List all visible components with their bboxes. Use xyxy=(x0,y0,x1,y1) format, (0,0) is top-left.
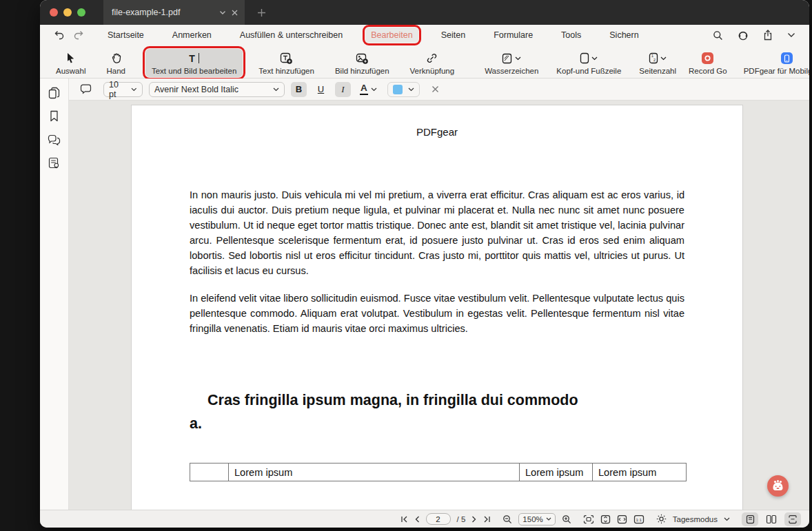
menu-item-ausfuellen[interactable]: Ausfüllen & unterschreiben xyxy=(234,28,348,43)
display-mode-label: Tagesmodus xyxy=(673,515,718,523)
edit-text-image-button[interactable]: T Text und Bild bearbeiten xyxy=(145,49,243,77)
page-thumbnails-icon[interactable] xyxy=(45,86,63,99)
table-cell-lorem-1: Lorem ipsum xyxy=(229,464,520,481)
select-tool-label: Auswahl xyxy=(56,67,85,75)
table-cell-lorem-2: Lorem ipsum xyxy=(520,464,593,481)
font-color-button[interactable]: A xyxy=(360,83,377,95)
tab-close-icon[interactable] xyxy=(232,10,238,16)
table-cell-empty xyxy=(190,464,229,481)
document-paragraph-2: In eleifend velit vitae libero sollicitu… xyxy=(190,291,684,336)
minimize-window-button[interactable] xyxy=(63,8,72,17)
underline-button[interactable]: U xyxy=(313,82,329,97)
mobile-devices-label: PDFgear für Mobilgeräte xyxy=(744,67,809,75)
mobile-devices-button[interactable]: PDFgear für Mobilgeräte xyxy=(738,49,809,77)
zoom-in-icon[interactable] xyxy=(562,514,571,524)
zoom-out-icon[interactable] xyxy=(503,514,512,524)
page-number-input[interactable] xyxy=(426,513,451,525)
previous-page-icon[interactable] xyxy=(414,516,420,523)
zoom-level-select[interactable]: 150% xyxy=(518,513,555,525)
font-size-chevron-icon xyxy=(131,87,137,92)
redo-icon[interactable] xyxy=(74,30,84,40)
bookmarks-icon[interactable] xyxy=(45,110,63,123)
record-go-label: Record Go xyxy=(689,67,727,75)
first-page-icon[interactable] xyxy=(400,516,408,523)
hand-tool-button[interactable]: Hand xyxy=(100,49,132,77)
pdf-page[interactable]: PDFgear In non mauris justo. Duis vehicu… xyxy=(131,105,743,510)
fit-screen-icon[interactable] xyxy=(583,514,594,524)
assistant-mascot-button[interactable] xyxy=(767,475,789,497)
continuous-scroll-view-button[interactable] xyxy=(784,512,801,526)
menubar: Startseite Anmerken Ausfüllen & untersch… xyxy=(40,25,809,45)
menu-item-bearbeiten[interactable]: Bearbeiten xyxy=(365,28,418,43)
bold-button[interactable]: B xyxy=(291,82,307,97)
collapse-toolbar-chevron-icon[interactable] xyxy=(787,32,795,38)
edit-text-cursor-icon: T xyxy=(189,52,199,65)
undo-icon[interactable] xyxy=(54,30,64,40)
actual-size-icon[interactable]: 1:1 xyxy=(633,514,644,524)
single-page-view-button[interactable] xyxy=(742,512,758,526)
document-viewport[interactable]: PDFgear In non mauris justo. Duis vehicu… xyxy=(69,101,809,510)
page-number-label: Seitenzahl xyxy=(639,67,676,75)
hand-tool-label: Hand xyxy=(106,67,125,75)
menu-items: Startseite Anmerken Ausfüllen & untersch… xyxy=(102,28,644,43)
menu-item-formulare[interactable]: Formulare xyxy=(488,28,538,43)
add-text-icon xyxy=(280,52,293,65)
header-footer-icon xyxy=(580,52,598,65)
add-text-button[interactable]: Text hinzufügen xyxy=(252,49,321,77)
svg-text:1:1: 1:1 xyxy=(636,517,642,521)
menu-item-anmerken[interactable]: Anmerken xyxy=(167,28,217,43)
zoom-level-value: 150% xyxy=(522,515,542,523)
highlight-color-select[interactable] xyxy=(387,82,420,97)
display-mode-select[interactable]: Tagesmodus xyxy=(656,514,730,524)
comments-icon[interactable] xyxy=(45,133,63,146)
font-name-value: Avenir Next Bold Italic xyxy=(154,85,238,94)
close-window-button[interactable] xyxy=(50,8,58,17)
link-label: Verknüpfung xyxy=(410,67,455,75)
watermark-icon xyxy=(502,52,521,65)
fit-width-icon[interactable] xyxy=(617,514,627,524)
next-page-icon[interactable] xyxy=(471,516,477,523)
maximize-window-button[interactable] xyxy=(77,8,85,17)
signature-document-icon[interactable] xyxy=(45,156,63,169)
titlebar: file-example-1.pdf xyxy=(40,0,809,25)
share-icon[interactable] xyxy=(763,30,773,41)
highlight-color-chevron-icon xyxy=(408,87,414,92)
page-number-button[interactable]: 12 Seitenzahl xyxy=(633,49,682,77)
add-image-button[interactable]: Bild hinzufügen xyxy=(329,49,396,77)
tab-chevron-down-icon[interactable] xyxy=(219,10,226,15)
watermark-chevron-icon xyxy=(515,56,521,61)
zoom-controls: 150% xyxy=(503,513,571,525)
header-footer-button[interactable]: Kopf-und Fußzeile xyxy=(550,49,627,77)
new-tab-button[interactable] xyxy=(257,0,266,25)
menu-item-startseite[interactable]: Startseite xyxy=(102,28,150,43)
add-image-icon xyxy=(356,52,369,65)
link-button[interactable]: Verknüpfung xyxy=(404,49,461,77)
hand-icon xyxy=(111,52,121,65)
italic-button[interactable]: I xyxy=(335,82,351,97)
toolbar: Auswahl Hand T Text und Bild bearbeiten … xyxy=(40,45,809,79)
table-header-row: Lorem ipsum Lorem ipsum Lorem ipsum xyxy=(190,464,687,481)
search-icon[interactable] xyxy=(713,30,723,41)
select-tool-button[interactable]: Auswahl xyxy=(50,49,92,77)
record-go-button[interactable]: Record Go xyxy=(682,49,733,77)
desktop-background: file-example-1.pdf Startseite xyxy=(0,0,812,531)
font-color-label: A xyxy=(360,83,368,95)
close-format-bar-icon[interactable] xyxy=(432,85,439,93)
document-paragraph-1: In non mauris justo. Duis vehicula mi ve… xyxy=(190,187,684,278)
support-icon[interactable] xyxy=(738,30,749,41)
two-page-view-button[interactable] xyxy=(763,512,780,526)
robot-face-icon xyxy=(771,479,785,493)
menu-item-seiten[interactable]: Seiten xyxy=(436,28,471,43)
watermark-button[interactable]: Wasserzeichen xyxy=(478,49,545,77)
document-tab[interactable]: file-example-1.pdf xyxy=(103,0,245,25)
menu-item-sichern[interactable]: Sichern xyxy=(604,28,644,43)
font-name-select[interactable]: Avenir Next Bold Italic xyxy=(149,82,285,97)
menu-item-tools[interactable]: Tools xyxy=(556,28,587,43)
comment-bubble-icon[interactable] xyxy=(80,84,92,94)
edit-text-image-label: Text und Bild bearbeiten xyxy=(152,67,236,75)
fit-height-icon[interactable] xyxy=(600,514,611,524)
font-size-select[interactable]: 10 pt xyxy=(103,82,143,97)
header-footer-label: Kopf-und Fußzeile xyxy=(556,67,621,75)
last-page-icon[interactable] xyxy=(483,516,491,523)
page-number-icon: 12 xyxy=(649,52,667,65)
